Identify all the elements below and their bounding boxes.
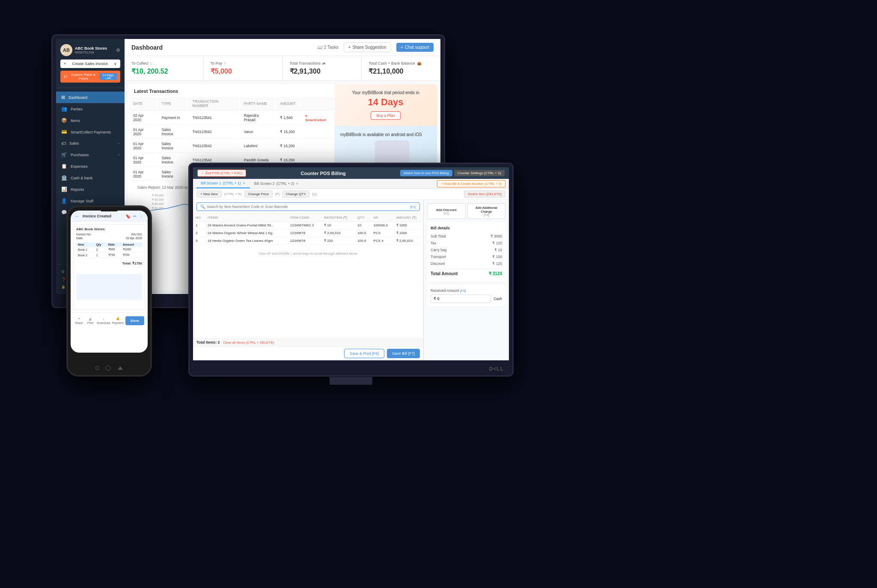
stat-trans-value: ₹2,91,300 [290,67,355,75]
dashboard-icon: ⊞ [61,95,65,100]
col-party[interactable]: PARTY NAME [240,97,275,110]
col-amount[interactable]: AMOUNT [276,97,300,110]
sidebar-item-reports[interactable]: 📊 Reports [56,184,125,195]
exit-pos-button[interactable]: ← Exit POS (CTRL + ESC) [197,169,246,177]
received-amount-input[interactable] [431,294,491,303]
tab-bill-screen-2[interactable]: Bill Screen 2 (CTRL + 2) ✕ [250,179,303,188]
back-icon[interactable]: ← [75,213,80,219]
pos-screen: ← Exit POS (CTRL + ESC) Counter POS Bill… [193,167,509,360]
invoice-date-row: Date: 02 Apr 2020 [76,237,142,240]
home-back-icon[interactable] [118,366,123,370]
pos-title: Counter POS Billing [246,171,400,176]
share-button[interactable]: ↗ Share [74,317,84,324]
new-item-button[interactable]: + New Item [196,190,222,198]
sidebar-item-smartcollect[interactable]: 💳 SmartCollect Payments [56,126,125,138]
items-table: NOITEMSITEM CODERATE/ITEM (₹)QTYSPAMOUNT… [193,214,423,245]
add-additional-charge-button[interactable]: Add Additional Charge [F4] [467,203,506,219]
pos-tabs: Bill Screen 1 (CTRL + 1) ✕ Bill Screen 2… [193,179,509,189]
home-circle-icon[interactable] [106,365,111,371]
tab-bill-screen-1[interactable]: Bill Screen 1 (CTRL + 1) ✕ [196,179,250,188]
chat-icon: + [401,45,403,50]
search-icon: 🔍 [200,205,205,209]
watch-tutorial-button[interactable]: Watch how to use POS Billing [400,170,452,176]
stat-pay-label: To Pay ↑ [211,61,276,65]
table-row: 01 Apr 2020 Sales Invoice TNS123542 Laks… [129,140,333,153]
buy-plan-button[interactable]: Buy a Plan [371,111,401,120]
app-title: myBillBook is available on android and i… [340,132,431,137]
col-date[interactable]: DATE [129,97,157,110]
pos-action-bar: Save & Print [F6] Save Bill [F7] [193,346,423,360]
sidebar-item-sales[interactable]: 🏷 Sales › [56,138,125,149]
plus-icon: + [348,45,351,50]
sales-icon: 🏷 [61,141,66,146]
col-type[interactable]: TYPE [158,97,187,110]
sidebar-item-expenses[interactable]: 📋 Expenses [56,160,125,172]
sidebar-item-purchases[interactable]: 🛒 Purchases › [56,149,125,160]
bill-details: Bill details Sub Total ₹ 3000 Tax ₹ 120 … [427,223,505,282]
payment-button[interactable]: 💰 Payment [112,317,124,324]
bill-total-row: Total Amount ₹ 3120 [431,269,502,278]
parties-icon: 👥 [61,106,67,112]
bill-row-subtotal: Sub Total ₹ 3000 [431,233,502,240]
pos-footer: Total Items: 3 Clear all Items (CTRL + D… [193,338,423,346]
add-discount-button[interactable]: Add Discount [F3] [427,203,466,219]
close-tab1-icon[interactable]: ✕ [243,181,246,185]
sidebar-item-items[interactable]: 📦 Items [56,115,125,126]
received-section: Received Amount [F4] Cash [427,285,505,306]
invoice-no-row: Invoice No: INV-001 [76,233,142,236]
clear-all-button[interactable]: Clear all Items (CTRL + DELETE) [223,341,274,344]
bill-row-transport: Transport ₹ 100 [431,253,502,260]
save-bill-button[interactable]: Save Bill [F7] [387,349,420,358]
pos-monitor: ← Exit POS (CTRL + ESC) Counter POS Bill… [188,163,514,377]
home-square-icon[interactable] [95,366,99,370]
print-button[interactable]: 🖨 Print [86,318,95,324]
arrow-up-icon: ↑ [224,61,226,65]
hold-bill-button[interactable]: + Hold Bill & Create Another (CTRL + 3) [437,180,505,187]
col-txn-number[interactable]: TRANSACTION NUMBER [188,97,238,110]
share-suggestion-button[interactable]: + Share Suggestion [344,42,391,52]
close-tab2-icon[interactable]: ✕ [296,182,299,186]
phone-top-bar: ← Invoice Created 🔖 ✏ ⋮ [71,211,148,222]
sidebar-item-cashbank[interactable]: 🏦 Cash & bank [56,172,125,184]
page-title: Dashboard [131,44,163,51]
invoice-total: Total: ₹1750 [76,261,142,265]
stat-cash-value: ₹21,10,000 [369,67,434,75]
download-button[interactable]: ↓ Download [97,318,110,324]
download-icon: ↓ [103,318,104,321]
edit-icon[interactable]: ✏ [133,214,137,219]
hint-text: Use UP and DOWN ↕ arrow keys to scroll t… [193,245,423,262]
svg-text:₹ 40,000: ₹ 40,000 [152,198,164,201]
sidebar-item-parties[interactable]: 👥 Parties [56,103,125,115]
stat-collect-value: ₹10, 200.52 [131,67,196,75]
done-button[interactable]: Done [125,316,144,325]
pos-item-row: 1 24 Mantra Ancient Grains Foxtail Mille… [193,222,423,229]
stat-pay-value: ₹5,000 [211,67,276,75]
change-price-button[interactable]: Change Price [244,190,273,198]
sidebar-header: AB ABC Book Stores 9658751238 ⚙ + Create… [56,39,125,88]
invoice-content: ABC Book Stores Invoice No: INV-001 Date… [71,222,148,312]
received-row: Cash [431,294,502,303]
delete-item-button[interactable]: Delete Item [DELETE] [464,190,505,198]
search-input[interactable] [207,205,408,209]
reports-icon: 📊 [61,187,67,192]
sidebar-item-managestaff[interactable]: 👤 Manage Staff [56,195,125,207]
settings-icon[interactable]: ⚙ [116,48,120,53]
tasks-button[interactable]: 📖 2 Tasks [317,45,339,50]
bookmark-icon[interactable]: 🔖 [125,214,131,219]
chat-support-button[interactable]: + Chat support [396,43,434,52]
print-icon: 🖨 [89,318,92,321]
purchases-icon: 🛒 [61,152,67,157]
counter-settings-button[interactable]: Counter Settings (CTRL + S) [454,170,505,176]
help-icon: ❓ [61,277,66,282]
book-icon: 📖 [317,45,322,50]
create-sales-invoice-button[interactable]: + Create Sales Invoice ∨ [60,59,120,68]
more-icon[interactable]: ⋮ [139,214,143,219]
payment-icon: 💰 [116,317,120,321]
sidebar-item-dashboard[interactable]: ⊞ Dashboard [56,92,125,103]
staff-icon: 👤 [61,198,67,204]
explore-plans-button[interactable]: 🏷 Explore Plans & Prices 14 Days Left [60,71,120,83]
invoice-company: ABC Book Stores [76,227,142,231]
avatar: AB [60,44,72,56]
save-print-button[interactable]: Save & Print [F6] [344,349,384,358]
change-qty-button[interactable]: Change QTY [282,190,310,198]
